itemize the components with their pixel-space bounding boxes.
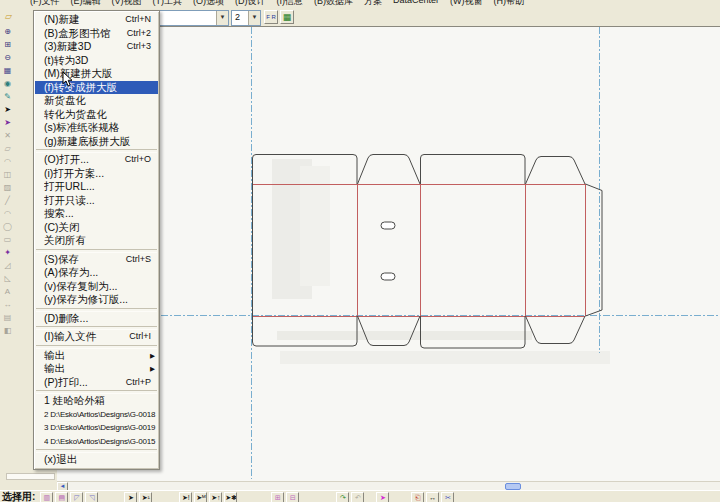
layer-icon[interactable]: ◧: [1, 325, 14, 337]
menu-item[interactable]: (B)盒形图书馆Ctrl+2: [35, 27, 158, 41]
open-folder-icon[interactable]: ▱: [2, 10, 15, 23]
measure-icon[interactable]: ✦: [1, 247, 14, 259]
hatch-icon[interactable]: ▤: [1, 312, 14, 324]
menu-item-label: 关闭所有: [44, 234, 158, 248]
menu-item[interactable]: (y)保存为修订版...: [35, 293, 158, 307]
menu-item[interactable]: 输出▶: [35, 349, 158, 363]
menu-item[interactable]: (S)保存Ctrl+S: [35, 253, 158, 267]
door-icon[interactable]: ⎗: [411, 492, 424, 502]
menubar-item[interactable]: (T)工具: [153, 0, 183, 8]
zoom-window-icon[interactable]: ⊞: [1, 39, 14, 51]
menubar-item[interactable]: DataCenter: [393, 0, 439, 8]
delete-icon[interactable]: ✕: [1, 130, 14, 142]
menu-item[interactable]: 1 娃哈哈外箱: [35, 394, 158, 408]
text-tool-icon[interactable]: A: [1, 286, 14, 298]
menu-item[interactable]: 关闭所有: [35, 234, 158, 248]
menu-item[interactable]: (N)新建Ctrl+N: [35, 13, 158, 27]
menu-item[interactable]: (s)标准纸张规格: [35, 121, 158, 135]
page-combobox[interactable]: 2 ▼: [231, 10, 261, 26]
menu-item[interactable]: (g)新建底板拼大版: [35, 135, 158, 149]
menu-item[interactable]: 打开URL...: [35, 180, 158, 194]
scale-combobox[interactable]: ▼: [157, 10, 229, 26]
menu-item[interactable]: (f)转变成拼大版: [35, 81, 158, 95]
menu-item[interactable]: 输出▶: [35, 362, 158, 376]
chevron-down-icon[interactable]: ▼: [216, 11, 228, 25]
menu-item-label: (v)保存复制为...: [44, 280, 158, 294]
menubar-item[interactable]: (E)编辑: [71, 0, 101, 8]
menu-item[interactable]: (i)打开方案...: [35, 167, 158, 181]
stretch-icon[interactable]: ↔: [426, 492, 439, 502]
plugin-button[interactable]: ▦: [280, 10, 294, 24]
arc-tool-icon[interactable]: ◠: [1, 208, 14, 220]
fillet-icon[interactable]: ◿: [1, 260, 14, 272]
menu-item[interactable]: (A)保存为...: [35, 266, 158, 280]
menu-item[interactable]: 2 D:\Esko\Artios\Designs\G-0018: [35, 408, 158, 422]
zoom-out-icon[interactable]: ⊖: [1, 52, 14, 64]
tape-select-alt-icon[interactable]: ◹: [85, 492, 98, 502]
menubar-item[interactable]: (F)文件: [30, 0, 60, 8]
menu-item[interactable]: (P)打印...Ctrl+P: [35, 376, 158, 390]
redo-icon[interactable]: ↷: [336, 492, 349, 502]
menu-item[interactable]: 打开只读...: [35, 194, 158, 208]
menubar-item[interactable]: (I)信息: [277, 0, 304, 8]
menu-item[interactable]: 新货盘化: [35, 94, 158, 108]
menu-item[interactable]: (v)保存复制为...: [35, 280, 158, 294]
menubar-item[interactable]: (H)帮助: [494, 0, 525, 8]
chamfer-icon[interactable]: ◺: [1, 273, 14, 285]
menu-item-label: 打开只读...: [44, 194, 158, 208]
add-rect-icon[interactable]: ⊞: [271, 492, 284, 502]
zoom-in-icon[interactable]: ⊕: [1, 26, 14, 38]
circle-tool-icon[interactable]: ◯: [1, 221, 14, 233]
select-up-icon[interactable]: ➤↑: [209, 492, 222, 502]
subtract-rect-icon[interactable]: ⊟: [286, 492, 299, 502]
menu-item[interactable]: (x)退出: [35, 453, 158, 467]
menu-item[interactable]: (3)新建3DCtrl+3: [35, 40, 158, 54]
menu-item[interactable]: (M)新建拼大版: [35, 67, 158, 81]
menu-item-label: (y)保存为修订版...: [44, 293, 158, 307]
menu-item[interactable]: (t)转为3D: [35, 54, 158, 68]
menubar-item[interactable]: (D)设计: [235, 0, 266, 8]
layers-button[interactable]: F R: [264, 10, 278, 24]
select-warn-icon[interactable]: ➤!: [179, 492, 192, 502]
menubar-item[interactable]: (V)视图: [112, 0, 142, 8]
spin-3d-icon[interactable]: ◉: [1, 78, 14, 90]
menu-item-label: 输出: [44, 362, 158, 376]
mirror-icon[interactable]: ◫: [1, 169, 14, 181]
select-m-icon[interactable]: ➤ᴹ: [194, 492, 207, 502]
tape-select-icon[interactable]: ◸: [70, 492, 83, 502]
menu-item-label: (S)保存: [44, 253, 126, 267]
select-arrow-icon[interactable]: ➤: [124, 492, 137, 502]
menu-item[interactable]: (O)打开...Ctrl+O: [35, 153, 158, 167]
menu-item[interactable]: 4 D:\Esko\Artios\Designs\G-0015: [35, 435, 158, 449]
rect-tool-icon[interactable]: ▭: [1, 234, 14, 246]
scrollbar-thumb[interactable]: [505, 483, 521, 490]
rebuild-layout-icon[interactable]: ▤: [55, 492, 68, 502]
rebuild-design-icon[interactable]: ▥: [40, 492, 53, 502]
zoom-extents-icon[interactable]: ▦: [1, 65, 14, 77]
chevron-down-icon[interactable]: ▼: [248, 11, 260, 25]
move-icon[interactable]: ▱: [1, 143, 14, 155]
break-icon[interactable]: ✂: [441, 492, 454, 502]
move-point-icon[interactable]: ➤: [376, 492, 389, 502]
select-arrow-one-icon[interactable]: ➤¹: [139, 492, 152, 502]
menu-item[interactable]: 搜索...: [35, 207, 158, 221]
menu-item[interactable]: 3 D:\Esko\Artios\Designs\G-0019: [35, 421, 158, 435]
menubar: (F)文件(E)编辑(V)视图(T)工具(O)选项(D)设计(I)信息(B)数据…: [0, 0, 720, 8]
menubar-item[interactable]: 方案: [364, 0, 382, 8]
menu-item[interactable]: (C)关闭: [35, 221, 158, 235]
eraser-icon[interactable]: ✎: [1, 91, 14, 103]
menu-item[interactable]: (D)删除...: [35, 312, 158, 326]
node-select-icon[interactable]: ➤: [1, 117, 14, 129]
select-arrow-icon[interactable]: ➤: [1, 104, 14, 116]
menubar-item[interactable]: (O)选项: [193, 0, 224, 8]
dimension-icon[interactable]: ↔: [1, 299, 14, 311]
select-hand-icon[interactable]: ➤✱: [224, 492, 237, 502]
undo-icon[interactable]: ↶: [351, 492, 364, 502]
menubar-item[interactable]: (B)数据库: [314, 0, 353, 8]
menubar-item[interactable]: (W)视窗: [450, 0, 483, 8]
menu-item[interactable]: 转化为货盘化: [35, 108, 158, 122]
menu-item[interactable]: (I)输入文件Ctrl+I: [35, 330, 158, 344]
line-tool-icon[interactable]: ╱: [1, 195, 14, 207]
rotate-icon[interactable]: ◠: [1, 156, 14, 168]
group-icon[interactable]: ▨: [1, 182, 14, 194]
